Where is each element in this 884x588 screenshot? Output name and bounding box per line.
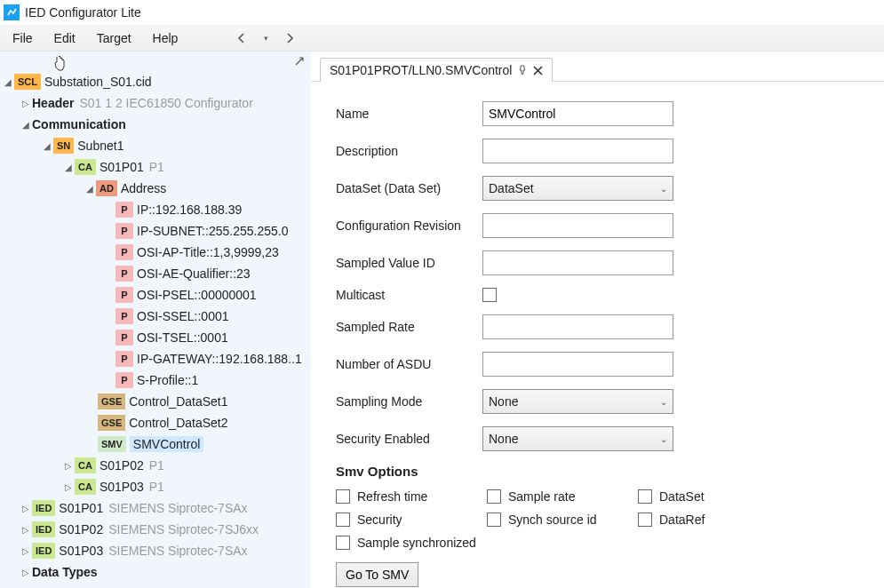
tree-node-ied2[interactable]: ▷IEDS01P02SIEMENS Siprotec-7SJ6xx xyxy=(0,519,311,540)
opt-security[interactable]: Security xyxy=(336,513,487,527)
tree-toggle-icon[interactable]: ▷ xyxy=(62,461,75,471)
tree-node-p[interactable]: POSI-SSEL::0001 xyxy=(0,306,311,327)
tree-node-p[interactable]: POSI-PSEL::00000001 xyxy=(0,284,311,306)
tree-node-smv[interactable]: SMVSMVControl xyxy=(0,433,311,455)
tree-node-ca1[interactable]: ◢ CA S01P01 P1 xyxy=(0,156,311,178)
tree-node-p[interactable]: POSI-AE-Qualifier::23 xyxy=(0,263,311,284)
label-smprate: Sampled Rate xyxy=(336,320,482,334)
checkbox[interactable] xyxy=(336,489,350,504)
cursor-hand-icon xyxy=(52,55,66,71)
menu-file[interactable]: File xyxy=(4,28,42,49)
input-svid[interactable] xyxy=(482,250,673,275)
tree-toggle-icon[interactable]: ▷ xyxy=(20,525,32,535)
badge-p: P xyxy=(115,202,133,218)
label-smpmod: Sampling Mode xyxy=(336,394,482,409)
tab-title: S01P01PROT/LLN0.SMVControl xyxy=(330,63,512,77)
opt-sample-sync[interactable]: Sample synchronized xyxy=(336,536,736,550)
checkbox[interactable] xyxy=(336,536,350,550)
tree-node-subnet[interactable]: ◢ SN Subnet1 xyxy=(0,135,311,156)
input-confrev[interactable] xyxy=(482,213,673,238)
tree-toggle-icon[interactable]: ▷ xyxy=(20,99,32,108)
opt-label: Security xyxy=(357,513,402,527)
checkbox[interactable] xyxy=(487,513,501,527)
tree-node-ca3[interactable]: ▷CAS01P03P1 xyxy=(0,476,311,497)
nav-back-icon[interactable] xyxy=(229,28,254,49)
opt-dataset[interactable]: DataSet xyxy=(638,489,736,504)
opt-dataref[interactable]: DataRef xyxy=(638,513,736,527)
tree-toggle-icon[interactable]: ▷ xyxy=(20,568,32,577)
tree-toggle-icon[interactable]: ◢ xyxy=(2,77,14,87)
tree-node-p[interactable]: POSI-TSEL::0001 xyxy=(0,327,311,348)
tree-toggle-icon[interactable]: ▷ xyxy=(20,504,32,513)
select-dataset[interactable]: DataSet ⌄ xyxy=(482,176,673,201)
badge-ied: IED xyxy=(32,543,55,559)
menu-help[interactable]: Help xyxy=(144,28,187,49)
label-dataset: DataSet (Data Set) xyxy=(336,181,482,195)
collapse-pane-icon[interactable] xyxy=(291,53,307,69)
badge-ied: IED xyxy=(32,500,55,516)
select-security[interactable]: None ⌄ xyxy=(482,426,673,451)
node-sublabel: P1 xyxy=(149,458,164,473)
node-label: IP-GATEWAY::192.168.188..1 xyxy=(137,352,302,366)
tree-toggle-icon[interactable]: ◢ xyxy=(62,163,75,172)
badge-p: P xyxy=(115,308,133,324)
checkbox[interactable] xyxy=(638,513,652,527)
checkbox[interactable] xyxy=(487,489,501,504)
badge-sn: SN xyxy=(53,138,74,154)
tree-node-communication[interactable]: ◢ Communication xyxy=(0,114,311,135)
tree-node-header[interactable]: ▷ Header S01 1 2 IEC61850 Configurator xyxy=(0,92,311,114)
close-icon[interactable] xyxy=(533,66,543,75)
menubar: File Edit Target Help ▾ xyxy=(0,25,884,52)
tree-toggle-icon[interactable]: ▷ xyxy=(20,546,32,556)
detail-pane: S01P01PROT/LLN0.SMVControl Name Descript… xyxy=(311,52,884,588)
badge-smv: SMV xyxy=(98,436,126,452)
label-description: Description xyxy=(336,144,482,158)
tree-toggle-icon[interactable]: ▷ xyxy=(62,482,75,492)
input-nasdu[interactable] xyxy=(482,352,673,377)
opt-label: Synch source id xyxy=(508,513,597,527)
pin-icon[interactable] xyxy=(517,65,528,75)
input-smprate[interactable] xyxy=(482,314,673,339)
node-label: S01P03 xyxy=(100,480,144,494)
select-value: None xyxy=(489,432,518,446)
tree-node-ca2[interactable]: ▷CAS01P02P1 xyxy=(0,455,311,476)
node-label: Data Types xyxy=(32,565,98,579)
tab-smvcontrol[interactable]: S01P01PROT/LLN0.SMVControl xyxy=(320,58,553,82)
checkbox[interactable] xyxy=(336,513,350,527)
checkbox-multicast[interactable] xyxy=(482,288,497,302)
tree-node-gse1[interactable]: GSEControl_DataSet1 xyxy=(0,391,311,412)
tree-toggle-icon[interactable]: ◢ xyxy=(20,120,32,130)
opt-sample-rate[interactable]: Sample rate xyxy=(487,489,638,504)
opt-synch-source[interactable]: Synch source id xyxy=(487,513,638,527)
form: Name Description DataSet (Data Set) Data… xyxy=(311,82,884,588)
node-label: SMVControl xyxy=(130,436,203,452)
input-description[interactable] xyxy=(482,139,673,163)
input-name[interactable] xyxy=(482,101,673,126)
tree-node-address[interactable]: ◢ AD Address xyxy=(0,178,311,199)
nav-forward-icon[interactable] xyxy=(277,28,302,49)
tree-node-p[interactable]: PIP-GATEWAY::192.168.188..1 xyxy=(0,348,311,369)
opt-refresh-time[interactable]: Refresh time xyxy=(336,489,487,504)
menu-target[interactable]: Target xyxy=(88,28,140,49)
tree-toggle-icon[interactable]: ◢ xyxy=(41,141,53,151)
node-sublabel: S01 1 2 IEC61850 Configurator xyxy=(79,96,252,110)
tree-node-ied1[interactable]: ▷IEDS01P01SIEMENS Siprotec-7SAx xyxy=(0,497,311,519)
badge-ca: CA xyxy=(75,457,96,473)
tree-node-p[interactable]: PIP::192.168.188.39 xyxy=(0,199,311,220)
tree-node-scl-root[interactable]: ◢ SCL Substation_S01.cid xyxy=(0,71,311,92)
node-label: S01P02 xyxy=(100,458,144,473)
chevron-down-icon: ⌄ xyxy=(660,397,667,407)
menu-edit[interactable]: Edit xyxy=(45,28,84,49)
app-icon xyxy=(4,4,20,20)
tree-node-p[interactable]: PIP-SUBNET::255.255.255.0 xyxy=(0,220,311,242)
nav-recent-dropdown[interactable]: ▾ xyxy=(258,28,274,49)
tree-node-gse2[interactable]: GSEControl_DataSet2 xyxy=(0,412,311,433)
tree-node-ied3[interactable]: ▷IEDS01P03SIEMENS Siprotec-7SAx xyxy=(0,540,311,561)
tree-toggle-icon[interactable]: ◢ xyxy=(84,184,96,194)
tree-node-datatypes[interactable]: ▷Data Types xyxy=(0,561,311,583)
tree-node-p[interactable]: PS-Profile::1 xyxy=(0,369,311,391)
checkbox[interactable] xyxy=(638,489,652,504)
select-smpmod[interactable]: None ⌄ xyxy=(482,389,673,414)
tree-node-p[interactable]: POSI-AP-Title::1,3,9999,23 xyxy=(0,242,311,263)
button-goto-smv[interactable]: Go To SMV xyxy=(336,562,418,587)
